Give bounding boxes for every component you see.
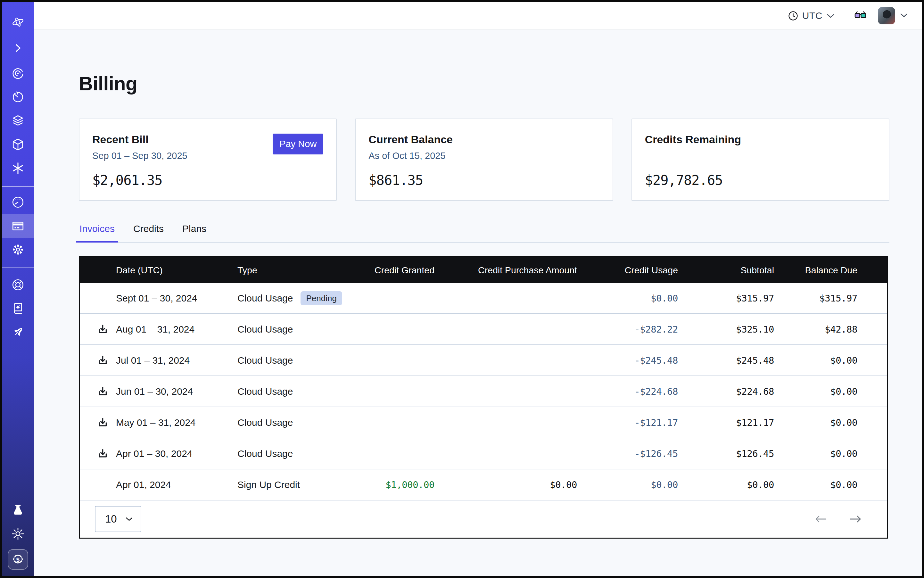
download-invoice-button[interactable] bbox=[97, 417, 108, 428]
invoice-date: Aug 01 – 31, 2024 bbox=[80, 324, 237, 335]
sidebar-item-history[interactable] bbox=[2, 85, 34, 109]
recent-bill-amount: $2,061.35 bbox=[92, 172, 162, 188]
balance-due-value: $0.00 bbox=[774, 479, 887, 490]
sidebar-item-monitor[interactable] bbox=[2, 62, 34, 85]
balance-due-value: $0.00 bbox=[774, 355, 887, 366]
current-balance-amount: $861.35 bbox=[369, 172, 423, 188]
invoice-date: Jul 01 – 31, 2024 bbox=[80, 355, 237, 366]
sidebar-item-functions[interactable] bbox=[2, 156, 34, 180]
balance-due-value: $42.88 bbox=[774, 324, 887, 335]
page-size-value: 10 bbox=[105, 513, 117, 525]
column-header-credit-purchase: Credit Purchase Amount bbox=[434, 265, 577, 276]
column-header-credit-usage: Credit Usage bbox=[577, 265, 678, 276]
download-icon bbox=[97, 355, 108, 366]
download-invoice-button[interactable] bbox=[97, 355, 108, 366]
subtotal-value: $126.45 bbox=[678, 448, 774, 459]
table-footer: 10 bbox=[80, 500, 887, 537]
invoice-date: Sept 01 – 30, 2024 bbox=[80, 293, 237, 304]
credit-card-icon bbox=[11, 219, 25, 232]
credit-usage-value: $0.00 bbox=[577, 479, 678, 490]
sidebar-item-layers[interactable] bbox=[2, 109, 34, 133]
table-row: Apr 01, 2024 Sign Up Credit $1,000.00 $0… bbox=[80, 469, 887, 500]
avatar[interactable] bbox=[878, 7, 895, 24]
credit-usage-value: $0.00 bbox=[577, 293, 678, 304]
sidebar: $ bbox=[2, 2, 34, 576]
billing-page: Billing Recent Bill Sep 01 – Sep 30, 202… bbox=[34, 30, 922, 576]
timezone-selector[interactable]: UTC bbox=[788, 10, 835, 21]
credit-usage-value: -$126.45 bbox=[577, 448, 678, 459]
column-header-credit-granted: Credit Granted bbox=[361, 265, 434, 276]
invoice-date: Jun 01 – 30, 2024 bbox=[80, 386, 237, 397]
3d-glasses-icon bbox=[854, 11, 866, 19]
balance-due-value: $0.00 bbox=[774, 386, 887, 397]
page-size-select[interactable]: 10 bbox=[95, 506, 141, 532]
3d-glasses-button[interactable] bbox=[854, 11, 866, 21]
credits-remaining-card: Credits Remaining $29,782.65 bbox=[632, 119, 889, 201]
subtotal-value: $121.17 bbox=[678, 417, 774, 428]
sidebar-item-support[interactable] bbox=[2, 273, 34, 297]
invoices-table: Date (UTC) Type Credit Granted Credit Pu… bbox=[79, 257, 888, 539]
sidebar-collapse-toggle[interactable] bbox=[2, 36, 34, 60]
book-sparkle-icon bbox=[11, 302, 25, 315]
chevron-right-icon bbox=[11, 41, 25, 55]
previous-page-button[interactable] bbox=[815, 515, 827, 524]
pay-now-button[interactable]: Pay Now bbox=[273, 134, 323, 154]
balance-as-of: As of Oct 15, 2025 bbox=[369, 151, 599, 161]
invoice-type: Cloud Usage bbox=[237, 417, 361, 428]
sidebar-item-docs[interactable] bbox=[2, 297, 34, 320]
table-row: Jul 01 – 31, 2024 Cloud Usage -$245.48 $… bbox=[80, 345, 887, 376]
sidebar-item-objects[interactable] bbox=[2, 133, 34, 156]
theme-toggle[interactable] bbox=[2, 522, 34, 546]
asterisk-icon bbox=[11, 161, 25, 175]
sidebar-item-billing[interactable] bbox=[2, 214, 34, 238]
balance-due-value: $0.00 bbox=[774, 448, 887, 459]
chevron-down-icon bbox=[125, 517, 133, 521]
table-row: Aug 01 – 31, 2024 Cloud Usage -$282.22 $… bbox=[80, 314, 887, 345]
next-page-button[interactable] bbox=[849, 515, 862, 524]
subtotal-value: $245.48 bbox=[678, 355, 774, 366]
download-invoice-button[interactable] bbox=[97, 448, 108, 459]
billing-tabs: Invoices Credits Plans bbox=[79, 223, 889, 242]
sidebar-divider bbox=[2, 267, 34, 268]
sidebar-item-labs[interactable] bbox=[2, 498, 34, 522]
main-area: UTC Billing bbox=[34, 2, 922, 576]
tab-credits[interactable]: Credits bbox=[133, 223, 164, 242]
download-icon bbox=[97, 417, 108, 428]
pagination-controls bbox=[815, 515, 862, 524]
card-title: Credits Remaining bbox=[645, 133, 876, 146]
invoice-type: Sign Up Credit bbox=[237, 479, 361, 490]
credits-button[interactable]: $ bbox=[8, 549, 28, 570]
invoice-type: Cloud Usage Pending bbox=[237, 291, 361, 305]
gear-icon bbox=[11, 243, 25, 257]
subtotal-value: $325.10 bbox=[678, 324, 774, 335]
invoice-type: Cloud Usage bbox=[237, 386, 361, 397]
app-logo[interactable] bbox=[2, 10, 34, 34]
credit-usage-value: -$282.22 bbox=[577, 324, 678, 335]
credit-usage-value: -$224.68 bbox=[577, 386, 678, 397]
status-badge: Pending bbox=[300, 291, 342, 305]
rocket-icon bbox=[11, 326, 25, 339]
lifebuoy-icon bbox=[11, 278, 25, 292]
table-header: Date (UTC) Type Credit Granted Credit Pu… bbox=[80, 257, 887, 283]
sidebar-item-quickstart[interactable] bbox=[2, 320, 34, 344]
account-menu-button[interactable] bbox=[900, 13, 908, 19]
credit-usage-value: -$245.48 bbox=[577, 355, 678, 366]
dollar-badge-icon: $ bbox=[11, 553, 24, 566]
sidebar-item-settings[interactable] bbox=[2, 238, 34, 261]
download-invoice-button[interactable] bbox=[97, 324, 108, 335]
download-invoice-button[interactable] bbox=[97, 386, 108, 397]
svg-text:$: $ bbox=[16, 557, 20, 563]
summary-cards: Recent Bill Sep 01 – Sep 30, 2025 $2,061… bbox=[79, 119, 889, 201]
tab-plans[interactable]: Plans bbox=[182, 223, 207, 242]
invoice-type: Cloud Usage bbox=[237, 324, 361, 335]
page-title: Billing bbox=[79, 72, 922, 95]
recent-bill-card: Recent Bill Sep 01 – Sep 30, 2025 $2,061… bbox=[79, 119, 337, 201]
tab-invoices[interactable]: Invoices bbox=[79, 223, 115, 242]
invoice-type: Cloud Usage bbox=[237, 355, 361, 366]
column-header-type: Type bbox=[237, 265, 361, 276]
download-icon bbox=[97, 386, 108, 397]
credit-usage-value: -$121.17 bbox=[577, 417, 678, 428]
subtotal-value: $315.97 bbox=[678, 293, 774, 304]
cube-icon bbox=[11, 138, 25, 151]
sidebar-item-usage[interactable] bbox=[2, 190, 34, 214]
